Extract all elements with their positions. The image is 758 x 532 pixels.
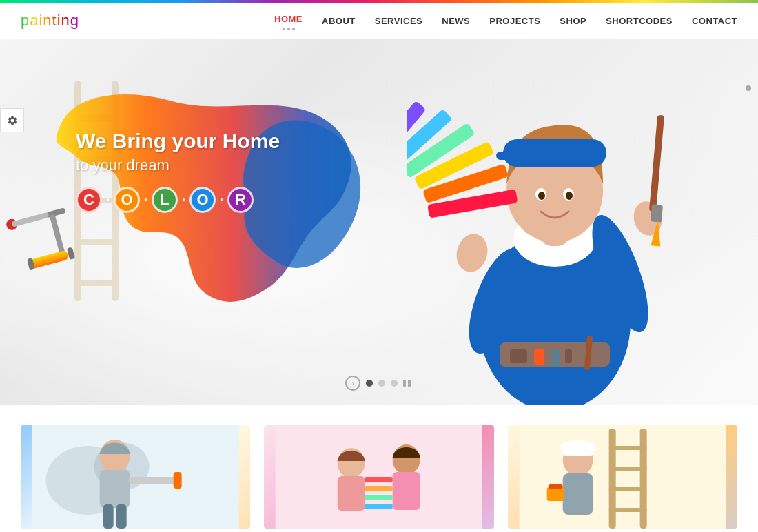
svg-rect-11 [67,247,75,260]
svg-point-26 [453,230,492,275]
svg-rect-62 [365,504,393,509]
svg-rect-36 [649,115,664,212]
color-letter-o2: O [190,187,216,213]
svg-rect-41 [534,349,544,365]
card-3-image [508,425,737,529]
color-dot-2: · [144,193,147,207]
svg-rect-61 [365,495,393,500]
slider-dot-1[interactable] [366,380,373,387]
gear-button[interactable] [0,108,24,132]
slider-dot-2[interactable] [378,380,385,387]
slider-pause-button[interactable] [403,380,413,387]
color-letter-r: R [227,187,254,213]
nav-item-home[interactable]: HOME [274,11,303,27]
svg-rect-20 [496,152,517,160]
svg-rect-49 [100,470,130,508]
nav-item-projects[interactable]: PROJECTS [489,13,540,29]
svg-rect-60 [365,486,393,491]
site-logo[interactable]: painting [21,12,79,30]
svg-rect-67 [608,467,646,471]
gear-icon [7,115,18,126]
svg-rect-7 [45,207,65,218]
slider-dot-3[interactable] [391,380,398,387]
slider-controls: › [345,376,413,391]
svg-rect-65 [639,429,646,529]
nav-item-services[interactable]: SERVICES [375,13,423,29]
nav-item-shop[interactable]: SHOP [560,13,586,29]
hero-headline: We Bring your Home [76,129,280,154]
svg-rect-40 [510,349,527,363]
svg-rect-37 [651,204,663,222]
color-word: C · O · L · O · R [76,187,280,213]
bottom-cards-section [0,405,758,529]
svg-rect-51 [174,472,182,489]
svg-rect-66 [608,446,646,450]
color-dot-1: · [106,193,110,207]
svg-rect-42 [551,349,560,367]
color-letter-l: L [152,187,178,213]
svg-rect-68 [608,487,646,491]
svg-point-23 [538,192,545,200]
color-letter-c: C [76,187,102,213]
nav-item-shortcodes[interactable]: SHORTCODES [606,13,673,29]
svg-rect-50 [129,477,177,484]
svg-rect-75 [548,484,562,489]
card-2-image [264,425,493,529]
svg-rect-13 [11,212,49,227]
card-1-image [21,425,250,529]
svg-rect-19 [503,139,606,167]
svg-rect-63 [519,425,726,529]
svg-point-24 [566,192,573,200]
nav-item-contact[interactable]: CONTACT [692,13,737,29]
svg-rect-69 [608,508,646,512]
svg-rect-72 [562,449,593,456]
svg-rect-53 [116,504,127,529]
hero-section: We Bring your Home to your dream C · O ·… [0,39,758,405]
svg-rect-74 [546,487,564,501]
svg-rect-73 [562,473,593,515]
pause-bar-right [408,380,411,387]
main-nav: HOME ABOUT SERVICES NEWS PROJECTS SHOP S… [274,11,737,30]
svg-rect-52 [103,504,114,529]
color-dot-3: · [182,193,185,207]
painter-image [407,46,703,405]
card-2[interactable] [264,425,493,529]
hero-subheadline: to your dream [76,156,280,174]
header: painting HOME ABOUT SERVICES NEWS PROJEC… [0,3,758,39]
nav-item-about[interactable]: ABOUT [322,13,356,29]
svg-rect-64 [608,429,615,529]
slider-prev[interactable]: › [345,376,360,391]
svg-rect-43 [565,349,572,363]
card-3[interactable] [508,425,737,529]
svg-rect-56 [338,476,365,511]
color-dot-4: · [220,193,223,207]
card-1[interactable] [21,425,250,529]
color-letter-o1: O [114,187,140,213]
top-right-indicator [746,85,751,91]
svg-rect-59 [365,477,393,482]
pause-bar-left [403,380,406,387]
hero-text: We Bring your Home to your dream C · O ·… [76,129,280,213]
svg-rect-58 [393,472,420,510]
nav-item-news[interactable]: NEWS [442,13,470,29]
